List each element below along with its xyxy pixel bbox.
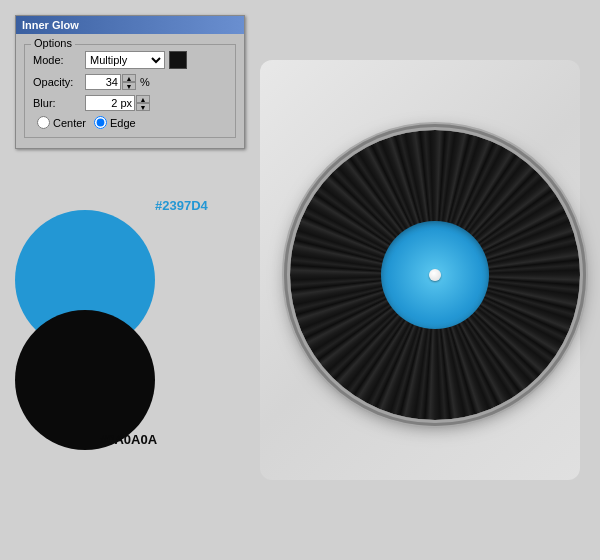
center-radio-item[interactable]: Center bbox=[37, 116, 86, 129]
blur-spinner: ▲ ▼ bbox=[85, 95, 150, 111]
opacity-up-arrow[interactable]: ▲ bbox=[122, 74, 136, 82]
opacity-label: Opacity: bbox=[33, 76, 85, 88]
blur-arrows: ▲ ▼ bbox=[136, 95, 150, 111]
edge-radio[interactable] bbox=[94, 116, 107, 129]
opacity-row: Opacity: 34 ▲ ▼ % bbox=[33, 74, 227, 90]
dialog-title: Inner Glow bbox=[16, 16, 244, 34]
blue-color-label: #2397D4 bbox=[155, 198, 208, 213]
color-swatch[interactable] bbox=[169, 51, 187, 69]
edge-radio-label: Edge bbox=[110, 117, 136, 129]
edge-radio-item[interactable]: Edge bbox=[94, 116, 136, 129]
blur-up-arrow[interactable]: ▲ bbox=[136, 95, 150, 103]
center-radio-label: Center bbox=[53, 117, 86, 129]
opacity-down-arrow[interactable]: ▼ bbox=[122, 82, 136, 90]
blur-row: Blur: ▲ ▼ bbox=[33, 95, 227, 111]
opacity-spinner: 34 ▲ ▼ bbox=[85, 74, 136, 90]
mode-label: Mode: bbox=[33, 54, 85, 66]
black-swatch bbox=[15, 310, 155, 450]
mode-select[interactable]: Multiply Normal Screen bbox=[85, 51, 165, 69]
opacity-arrows: ▲ ▼ bbox=[122, 74, 136, 90]
blur-label: Blur: bbox=[33, 97, 85, 109]
opacity-input[interactable]: 34 bbox=[85, 74, 121, 90]
black-color-label: #0A0A0A bbox=[100, 432, 157, 447]
vinyl-label bbox=[381, 221, 489, 329]
blur-down-arrow[interactable]: ▼ bbox=[136, 103, 150, 111]
vinyl-record bbox=[290, 130, 580, 420]
center-radio[interactable] bbox=[37, 116, 50, 129]
opacity-unit: % bbox=[140, 76, 150, 88]
options-group-label: Options bbox=[31, 37, 75, 49]
source-radio-row: Center Edge bbox=[33, 116, 227, 129]
dialog-body: Options Mode: Multiply Normal Screen Opa… bbox=[16, 34, 244, 148]
inner-glow-dialog: Inner Glow Options Mode: Multiply Normal… bbox=[15, 15, 245, 149]
options-group: Options Mode: Multiply Normal Screen Opa… bbox=[24, 44, 236, 138]
vinyl-center-hole bbox=[429, 269, 441, 281]
blur-input[interactable] bbox=[85, 95, 135, 111]
mode-row: Mode: Multiply Normal Screen bbox=[33, 51, 227, 69]
